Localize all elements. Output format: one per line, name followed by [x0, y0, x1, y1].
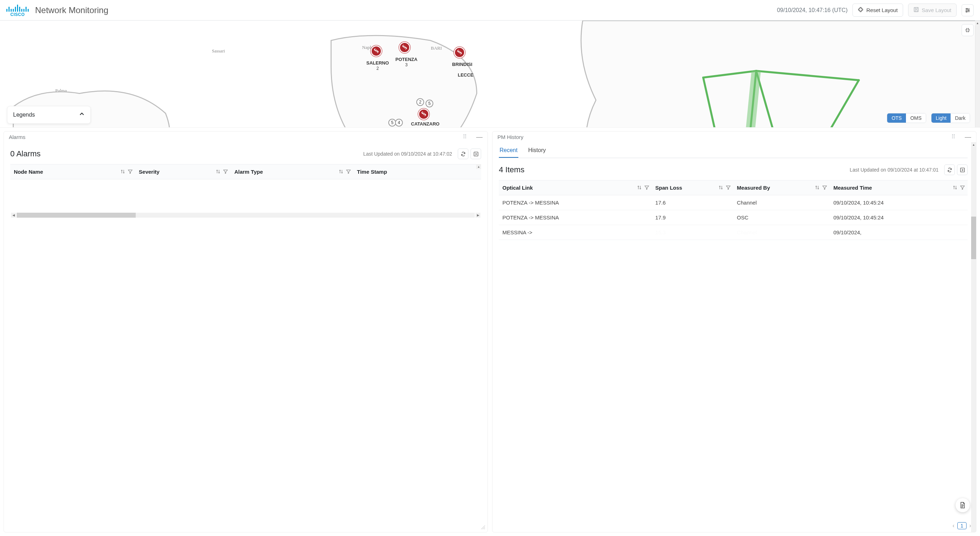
alarms-horizontal-scrollbar[interactable]: ◀ ▶ [10, 212, 481, 219]
reset-layout-icon [858, 7, 864, 13]
minimize-panel-button[interactable]: — [965, 133, 971, 141]
sort-icon[interactable] [719, 185, 723, 191]
node-icon [457, 49, 463, 56]
drag-handle-icon[interactable]: ⠿ [463, 136, 468, 138]
pm-vertical-scrollbar[interactable]: ▲ [971, 142, 976, 532]
svg-point-3 [968, 10, 969, 11]
topology-map[interactable]: PalmaSassariNaplesBARI SALERNO2POTENZA3B… [0, 21, 980, 128]
node-icon [373, 48, 379, 55]
sort-icon[interactable] [815, 185, 819, 191]
scroll-left-icon: ◀ [11, 213, 16, 218]
legends-toggle[interactable]: Legends [7, 106, 91, 124]
table-cell: 17.9 [652, 210, 733, 225]
table-cell: Channel [733, 225, 830, 240]
export-pm-button[interactable] [957, 164, 967, 175]
sort-icon[interactable] [121, 169, 125, 175]
export-icon [473, 152, 479, 157]
layer-option-oms[interactable]: OMS [906, 113, 926, 123]
filter-icon[interactable] [128, 169, 132, 175]
document-icon [959, 502, 966, 508]
filter-icon[interactable] [644, 185, 649, 191]
column-label: Span Loss [655, 185, 682, 191]
layer-option-ots[interactable]: OTS [887, 113, 906, 123]
theme-option-light[interactable]: Light [931, 113, 951, 123]
drag-handle-icon[interactable]: ⠿ [951, 136, 956, 138]
filter-icon[interactable] [960, 185, 965, 191]
refresh-icon [947, 168, 952, 173]
refresh-icon [461, 152, 466, 157]
export-alarms-button[interactable] [471, 148, 481, 159]
sort-icon[interactable] [216, 169, 220, 175]
notes-fab-button[interactable] [956, 498, 970, 512]
layer-toggle: OTSOMS [887, 113, 926, 123]
column-label: Time Stamp [357, 169, 387, 175]
filter-icon[interactable] [822, 185, 827, 191]
table-row[interactable]: MESSINA ->15.3Channel09/10/2024, [499, 225, 967, 240]
minimize-panel-button[interactable]: — [476, 133, 482, 141]
alarms-updated-text: Last Updated on 09/10/2024 at 10:47:02 [363, 151, 452, 157]
pm-pagination: ‹ 1 › [953, 522, 971, 529]
alarms-column-header[interactable]: Time Stamp [353, 164, 481, 179]
refresh-alarms-button[interactable] [458, 148, 468, 159]
scroll-up-icon: ▲ [971, 142, 976, 147]
settings-button[interactable] [962, 4, 974, 16]
column-label: Node Name [14, 169, 43, 175]
sort-icon[interactable] [339, 169, 343, 175]
filter-icon[interactable] [223, 169, 228, 175]
collapse-map-button[interactable] [962, 24, 974, 36]
header-timestamp: 09/10/2024, 10:47:16 (UTC) [777, 7, 848, 13]
pm-column-header[interactable]: Measured By [733, 180, 830, 195]
cluster-badge[interactable]: 5 [426, 100, 433, 107]
cisco-logo-bars [6, 4, 29, 12]
legends-label: Legends [13, 112, 35, 118]
topology-node[interactable] [454, 47, 465, 58]
topology-node[interactable] [371, 45, 382, 57]
sliders-icon [965, 8, 970, 13]
tab-recent[interactable]: Recent [499, 145, 519, 158]
filter-icon[interactable] [346, 169, 351, 175]
alarms-panel: Alarms ⠿ — 0 Alarms Last Updated on 09/1… [3, 131, 488, 533]
table-cell: 09/10/2024, 10:45:24 [830, 195, 967, 210]
theme-option-dark[interactable]: Dark [951, 113, 970, 123]
table-cell: POTENZA -> MESSINA [499, 210, 652, 225]
alarms-panel-title: Alarms [9, 134, 25, 140]
map-vertical-scrollbar[interactable]: ▲ [975, 21, 980, 127]
table-row[interactable]: POTENZA -> MESSINA17.6Channel09/10/2024,… [499, 195, 967, 210]
topology-node[interactable] [399, 42, 410, 53]
cisco-logo-text: CISCO [10, 13, 25, 17]
refresh-pm-button[interactable] [944, 164, 955, 175]
table-row[interactable]: POTENZA -> MESSINA17.9OSC09/10/2024, 10:… [499, 210, 967, 225]
alarms-table: Node NameSeverityAlarm TypeTime Stamp [10, 164, 481, 179]
sort-icon[interactable] [637, 185, 642, 191]
save-layout-label: Save Layout [922, 7, 951, 13]
node-label: CATANZARO [411, 121, 439, 126]
node-label: BRINDISI [452, 62, 472, 67]
alarms-column-header[interactable]: Node Name [10, 164, 135, 179]
pm-column-header[interactable]: Optical Link [499, 180, 652, 195]
prev-page-button[interactable]: ‹ [953, 523, 955, 529]
alarms-column-header[interactable]: Alarm Type [231, 164, 353, 179]
table-cell: Channel [733, 195, 830, 210]
sort-icon[interactable] [953, 185, 957, 191]
save-layout-button[interactable]: Save Layout [908, 3, 957, 17]
svg-rect-0 [914, 8, 918, 12]
column-label: Optical Link [503, 185, 533, 191]
collapse-icon [965, 28, 970, 33]
reset-layout-label: Reset Layout [866, 7, 897, 13]
pm-column-header[interactable]: Measured Time [830, 180, 967, 195]
map-region-label: Sassari [212, 48, 225, 54]
node-icon [401, 44, 408, 51]
pm-column-header[interactable]: Span Loss [652, 180, 733, 195]
current-page[interactable]: 1 [957, 522, 967, 529]
filter-icon[interactable] [726, 185, 730, 191]
alarms-column-header[interactable]: Severity [135, 164, 231, 179]
save-icon [913, 7, 919, 13]
cluster-badge[interactable]: 2 [416, 98, 424, 106]
topology-node[interactable] [418, 108, 430, 120]
pm-tabs: RecentHistory [499, 145, 967, 158]
cisco-logo: CISCO [6, 4, 29, 17]
reset-layout-button[interactable]: Reset Layout [853, 3, 903, 17]
cluster-badge[interactable]: 4 [395, 119, 403, 126]
resize-handle-icon[interactable] [480, 525, 485, 531]
tab-history[interactable]: History [528, 145, 547, 158]
